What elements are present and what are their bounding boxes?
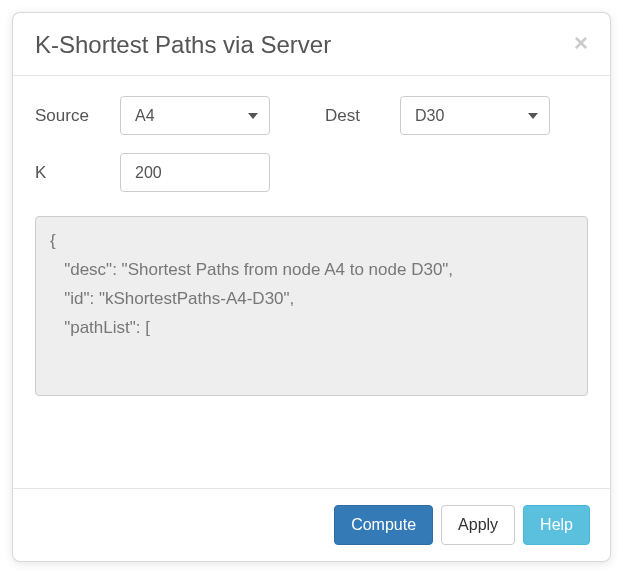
modal-dialog: K-Shortest Paths via Server × Source A4 … <box>12 12 611 562</box>
compute-button[interactable]: Compute <box>334 505 433 545</box>
k-input[interactable] <box>120 153 270 192</box>
modal-body: Source A4 Dest D30 K { "desc": "Shortest… <box>13 76 610 488</box>
close-icon[interactable]: × <box>574 31 588 55</box>
select-wrap-dest: D30 <box>400 96 550 135</box>
dest-select[interactable]: D30 <box>400 96 550 135</box>
modal-footer: Compute Apply Help <box>13 488 610 561</box>
label-source: Source <box>35 106 120 126</box>
row-source-dest: Source A4 Dest D30 <box>35 96 588 135</box>
source-select[interactable]: A4 <box>120 96 270 135</box>
label-k: K <box>35 163 120 183</box>
apply-button[interactable]: Apply <box>441 505 515 545</box>
output-textarea[interactable]: { "desc": "Shortest Paths from node A4 t… <box>35 216 588 396</box>
label-dest: Dest <box>325 106 400 126</box>
modal-header: K-Shortest Paths via Server × <box>13 13 610 76</box>
select-wrap-source: A4 <box>120 96 270 135</box>
row-k: K <box>35 153 588 192</box>
help-button[interactable]: Help <box>523 505 590 545</box>
modal-title: K-Shortest Paths via Server <box>35 31 331 59</box>
